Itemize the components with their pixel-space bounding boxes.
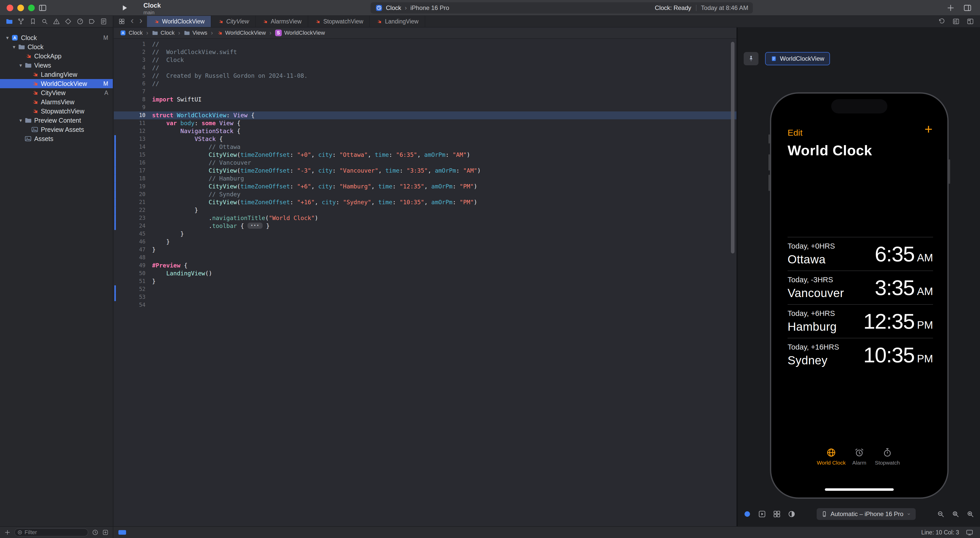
world-clock-row[interactable]: Today, +16HRSSydney10:35PM xyxy=(788,338,933,371)
disclosure-icon[interactable]: ▾ xyxy=(17,117,24,124)
tree-item[interactable]: Assets xyxy=(0,134,113,143)
go-forward-button[interactable]: › xyxy=(139,16,142,27)
zoom-out-button[interactable] xyxy=(937,510,945,518)
zoom-in-button[interactable] xyxy=(966,510,974,518)
zoom-window-button[interactable] xyxy=(28,5,35,11)
editor-tab[interactable]: LandingView xyxy=(370,16,425,27)
breadcrumb-item[interactable]: SWorldClockView xyxy=(275,30,325,36)
line-number[interactable]: 9 xyxy=(114,103,152,111)
editor-tab[interactable]: CityView xyxy=(211,16,256,27)
line-number[interactable]: 15 xyxy=(114,151,152,159)
code-line[interactable]: 51} xyxy=(114,278,737,285)
pin-preview-button[interactable] xyxy=(744,52,759,65)
editor-tab[interactable]: WorldClockView xyxy=(147,16,211,27)
source-control-navigator-icon[interactable] xyxy=(18,18,24,25)
code-line[interactable]: 22 } xyxy=(114,206,737,214)
phone-tab-alarm[interactable]: Alarm xyxy=(847,448,872,466)
editor-indicator[interactable] xyxy=(118,530,126,535)
code-line[interactable]: 47} xyxy=(114,246,737,254)
line-number[interactable]: 50 xyxy=(114,270,152,278)
issue-navigator-icon[interactable] xyxy=(53,18,60,25)
close-window-button[interactable] xyxy=(6,5,13,11)
tree-item[interactable]: ▾Views xyxy=(0,61,113,70)
line-number[interactable]: 20 xyxy=(114,190,152,198)
minimize-window-button[interactable] xyxy=(18,5,24,11)
tree-item[interactable]: ClockApp xyxy=(0,51,113,61)
code-line[interactable]: 45 } xyxy=(114,230,737,238)
code-line[interactable]: 49#Preview { xyxy=(114,262,737,270)
tree-item[interactable]: ▾Preview Content xyxy=(0,116,113,125)
editor-options-icon[interactable] xyxy=(953,18,959,25)
line-number[interactable]: 24 xyxy=(114,222,152,230)
breadcrumb-item[interactable]: WorldClockView xyxy=(216,30,266,36)
editor-tab[interactable]: AlarmsView xyxy=(256,16,308,27)
line-number[interactable]: 45 xyxy=(114,230,152,238)
code-line[interactable]: 50 LandingView() xyxy=(114,270,737,278)
line-number[interactable]: 8 xyxy=(114,95,152,103)
line-number[interactable]: 17 xyxy=(114,167,152,175)
code-editor[interactable]: 1//2// WorldClockView.swift3// Clock4//5… xyxy=(114,39,737,526)
find-navigator-icon[interactable] xyxy=(41,18,48,25)
selectable-preview-button[interactable] xyxy=(758,510,766,518)
add-city-button[interactable]: + xyxy=(924,121,932,137)
line-number[interactable]: 23 xyxy=(114,214,152,222)
debug-navigator-icon[interactable] xyxy=(76,18,84,25)
code-line[interactable]: 7 xyxy=(114,88,737,95)
breakpoint-navigator-icon[interactable] xyxy=(88,18,95,25)
line-number[interactable]: 46 xyxy=(114,238,152,246)
color-scheme-button[interactable] xyxy=(788,510,796,518)
phone-tab-stopwatch[interactable]: Stopwatch xyxy=(875,448,900,466)
zoom-fit-button[interactable] xyxy=(951,510,959,518)
tree-item[interactable]: AlarmsView xyxy=(0,97,113,106)
line-number[interactable]: 4 xyxy=(114,64,152,72)
code-line[interactable]: 8import SwiftUI xyxy=(114,95,737,103)
code-line[interactable]: 13 VStack { xyxy=(114,135,737,143)
line-number[interactable]: 11 xyxy=(114,119,152,127)
line-number[interactable]: 21 xyxy=(114,198,152,206)
line-number[interactable]: 19 xyxy=(114,183,152,190)
line-number[interactable]: 14 xyxy=(114,143,152,151)
bookmark-navigator-icon[interactable] xyxy=(29,18,37,25)
code-line[interactable]: 18 // Hamburg xyxy=(114,175,737,183)
code-line[interactable]: 24 .toolbar { ••• } xyxy=(114,222,737,230)
toggle-inspector-icon[interactable] xyxy=(963,3,972,12)
editor-tab[interactable]: StopwatchView xyxy=(308,16,370,27)
preview-tab[interactable]: WorldClockView xyxy=(765,52,830,65)
code-fold-pill[interactable]: ••• xyxy=(248,222,262,229)
add-editor-icon[interactable] xyxy=(967,18,974,25)
code-line[interactable]: 46 } xyxy=(114,238,737,246)
activity-status-bar[interactable]: Clock › iPhone 16 Pro Clock: Ready Today… xyxy=(371,2,753,14)
run-button[interactable] xyxy=(121,4,129,12)
breadcrumb-item[interactable]: Clock xyxy=(152,30,175,36)
project-navigator-icon[interactable] xyxy=(6,18,13,25)
code-line[interactable]: 23 .navigationTitle("World Clock") xyxy=(114,214,737,222)
toggle-navigator-icon[interactable] xyxy=(38,3,47,12)
code-line[interactable]: 16 // Vancouver xyxy=(114,159,737,167)
go-back-button[interactable]: ‹ xyxy=(130,16,134,27)
tree-item[interactable]: ▾ClockM xyxy=(0,33,113,42)
world-clock-row[interactable]: Today, -3HRSVancouver3:35AM xyxy=(788,271,933,304)
home-indicator[interactable] xyxy=(825,488,894,491)
code-line[interactable]: 21 CityView(timeZoneOffset: "+16", city:… xyxy=(114,198,737,206)
line-number[interactable]: 49 xyxy=(114,262,152,270)
line-number[interactable]: 6 xyxy=(114,80,152,88)
active-scheme[interactable]: Clock main xyxy=(143,2,161,16)
code-line[interactable]: 6// xyxy=(114,80,737,88)
line-number[interactable]: 13 xyxy=(114,135,152,143)
disclosure-icon[interactable]: ▾ xyxy=(3,35,11,41)
line-number[interactable]: 51 xyxy=(114,278,152,285)
history-icon[interactable] xyxy=(938,18,945,25)
code-line[interactable]: 20 // Syndey xyxy=(114,190,737,198)
code-line[interactable]: 19 CityView(timeZoneOffset: "+6", city: … xyxy=(114,183,737,190)
line-number[interactable]: 48 xyxy=(114,254,152,262)
code-line[interactable]: 1// xyxy=(114,40,737,48)
line-number[interactable]: 12 xyxy=(114,127,152,135)
phone-tab-globe[interactable]: World Clock xyxy=(819,448,843,466)
line-number[interactable]: 18 xyxy=(114,175,152,183)
variants-button[interactable] xyxy=(773,510,781,518)
line-number[interactable]: 7 xyxy=(114,88,152,95)
line-number[interactable]: 5 xyxy=(114,72,152,80)
run-destination[interactable]: iPhone 16 Pro xyxy=(410,4,449,11)
code-line[interactable]: 54 xyxy=(114,301,737,309)
code-line[interactable]: 17 CityView(timeZoneOffset: "-3", city: … xyxy=(114,167,737,175)
